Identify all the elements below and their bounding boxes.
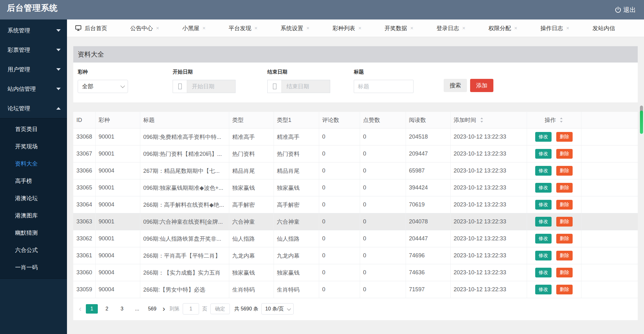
sidebar-item[interactable]: 论坛管理 [0, 99, 67, 118]
delete-button[interactable]: 删除 [556, 234, 573, 244]
cell-comments: 0 [319, 196, 360, 213]
cell-title: 096期:免费精准高手资料中特... [140, 129, 229, 145]
edit-button[interactable]: 修改 [535, 149, 552, 159]
close-icon[interactable]: × [203, 25, 206, 31]
close-icon[interactable]: × [254, 25, 258, 31]
edit-button[interactable]: 修改 [535, 285, 552, 294]
delete-button[interactable]: 删除 [556, 200, 573, 210]
close-icon[interactable]: × [156, 25, 159, 31]
lottery-select[interactable]: 全部 [78, 80, 128, 93]
prev-page-button[interactable]: ‹ [78, 305, 83, 313]
tab[interactable]: 小黑屋 × [182, 25, 206, 32]
cell-id: 33068 [73, 129, 95, 145]
delete-button[interactable]: 删除 [556, 217, 573, 227]
tab-label: 登录日志 [436, 25, 459, 32]
cell-type1: 独家赢钱 [274, 179, 319, 196]
cell-title: 096期:独家赢钱期期准◆波色+... [140, 179, 229, 196]
total-count: 共 5690 条 [234, 306, 258, 312]
page-size-select[interactable]: 10 条/页 [261, 303, 294, 315]
cell-actions: 修改 删除 [527, 196, 581, 213]
tab[interactable]: 系统设置 × [280, 25, 309, 32]
page-title: 资料大全 [73, 46, 638, 63]
sidebar-subitem-label: 港澳论坛 [15, 195, 38, 201]
cell-likes: 0 [360, 129, 406, 145]
tab[interactable]: 操作日志 × [541, 25, 569, 32]
search-button[interactable]: 搜索 [444, 79, 467, 92]
delete-button[interactable]: 删除 [556, 251, 573, 260]
data-table: ID 彩种 标题 [73, 112, 638, 298]
delete-button[interactable]: 删除 [556, 132, 573, 142]
title-input[interactable] [354, 80, 414, 93]
edit-button[interactable]: 修改 [535, 132, 552, 142]
add-button[interactable]: 添加 [470, 79, 493, 92]
page-button[interactable]: 1 [86, 304, 98, 314]
tab[interactable]: 权限分配 × [488, 25, 517, 32]
sort-icon[interactable] [480, 117, 484, 123]
goto-page-input[interactable] [183, 303, 199, 315]
delete-button[interactable]: 删除 [556, 268, 573, 277]
edit-button[interactable]: 修改 [535, 183, 552, 193]
page-button[interactable]: 2 [101, 304, 113, 314]
delete-button[interactable]: 删除 [556, 149, 573, 159]
sidebar-subitem[interactable]: 首页类目 [0, 121, 67, 138]
edit-button[interactable]: 修改 [535, 268, 552, 277]
cell-type: 精品肖尾 [229, 162, 274, 179]
tab[interactable]: 公告中心 × [130, 25, 159, 32]
sidebar-subitem[interactable]: 六合公式 [0, 242, 67, 259]
cell-type: 精准高手 [229, 129, 274, 145]
sidebar-subitem[interactable]: 资料大全 [0, 155, 67, 172]
edit-button[interactable]: 修改 [535, 234, 552, 244]
cell-reads: 74636 [406, 264, 450, 281]
end-date-input[interactable]: 结束日期 [267, 80, 330, 93]
close-icon[interactable]: × [410, 25, 414, 31]
close-icon[interactable]: × [358, 25, 361, 31]
confirm-button[interactable]: 确定 [210, 304, 230, 314]
edit-button[interactable]: 修改 [535, 166, 552, 176]
sidebar-item[interactable]: 站内信管理 [0, 79, 67, 99]
delete-button[interactable]: 删除 [556, 166, 573, 176]
close-icon[interactable]: × [566, 25, 569, 31]
sidebar-subitem[interactable]: 高手榜 [0, 172, 67, 190]
sidebar-item[interactable]: 系统管理 [0, 21, 67, 40]
start-date-placeholder: 开始日期 [187, 80, 235, 93]
sidebar-subitem[interactable]: 幽默猜测 [0, 224, 67, 242]
tab[interactable]: 后台首页 [75, 25, 107, 32]
cell-id: 33062 [73, 230, 95, 247]
sidebar-item[interactable]: 用户管理 [0, 60, 67, 79]
sidebar-subitem[interactable]: 港澳图库 [0, 207, 67, 224]
sidebar-subitem-label: 资料大全 [15, 161, 38, 167]
cell-lottery: 90001 [95, 213, 140, 230]
tab[interactable]: 登录日志 × [436, 25, 465, 32]
table-row: 33063 90001 096期:六合神童在线资料[金牌... 六合神童 六合神… [73, 213, 638, 230]
sort-icon[interactable] [559, 117, 563, 123]
edit-button[interactable]: 修改 [535, 200, 552, 210]
tab[interactable]: 彩种列表 × [332, 25, 361, 32]
sidebar-subitem[interactable]: 一肖一码 [0, 259, 67, 276]
tab[interactable]: 开奖数据 × [385, 25, 414, 32]
cell-time: 2023-10-12 13:22:33 [450, 179, 527, 196]
close-icon[interactable]: × [462, 25, 465, 31]
sidebar-item[interactable]: 彩票管理 [0, 40, 67, 60]
tab[interactable]: 平台发现 × [229, 25, 258, 32]
delete-button[interactable]: 删除 [556, 183, 573, 193]
start-date-input[interactable]: 开始日期 [173, 80, 236, 93]
logout-button[interactable]: 退出 [614, 6, 636, 14]
filter-panel: 资料大全 彩种 全部 开始日期 开始日期 [73, 46, 638, 102]
edit-button[interactable]: 修改 [535, 251, 552, 260]
sidebar-subitem[interactable]: 开奖现场 [0, 138, 67, 155]
filter-buttons: 搜索 添加 [444, 79, 493, 92]
sidebar-subitem[interactable]: 港澳论坛 [0, 190, 67, 207]
page-button[interactable]: 3 [116, 304, 128, 314]
tab[interactable]: 发站内信 [592, 25, 615, 32]
page-button[interactable]: ... [131, 304, 143, 314]
column-label: 添加时间 [454, 117, 476, 123]
edit-button[interactable]: 修改 [535, 217, 552, 227]
page-button[interactable]: 569 [146, 304, 158, 314]
scrollbar-thumb[interactable] [640, 111, 643, 134]
column-header: 添加时间 [450, 112, 527, 129]
next-page-button[interactable]: › [161, 305, 166, 313]
table-row: 33068 90001 096期:免费精准高手资料中特... 精准高手 精准高手… [73, 129, 638, 145]
close-icon[interactable]: × [514, 25, 517, 31]
close-icon[interactable]: × [306, 25, 309, 31]
delete-button[interactable]: 删除 [556, 285, 573, 294]
